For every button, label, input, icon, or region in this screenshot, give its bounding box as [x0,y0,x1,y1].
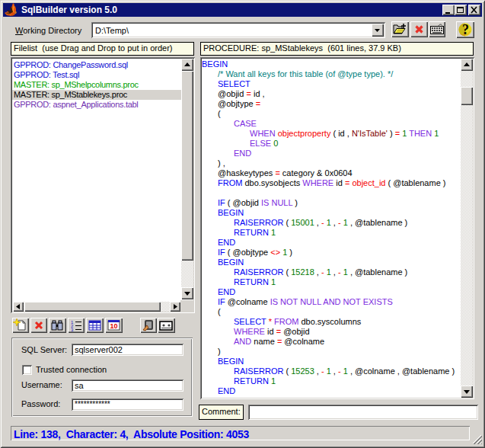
svg-text:?: ? [462,22,469,37]
svg-text:3: 3 [71,328,74,332]
svg-text:10: 10 [110,322,117,330]
